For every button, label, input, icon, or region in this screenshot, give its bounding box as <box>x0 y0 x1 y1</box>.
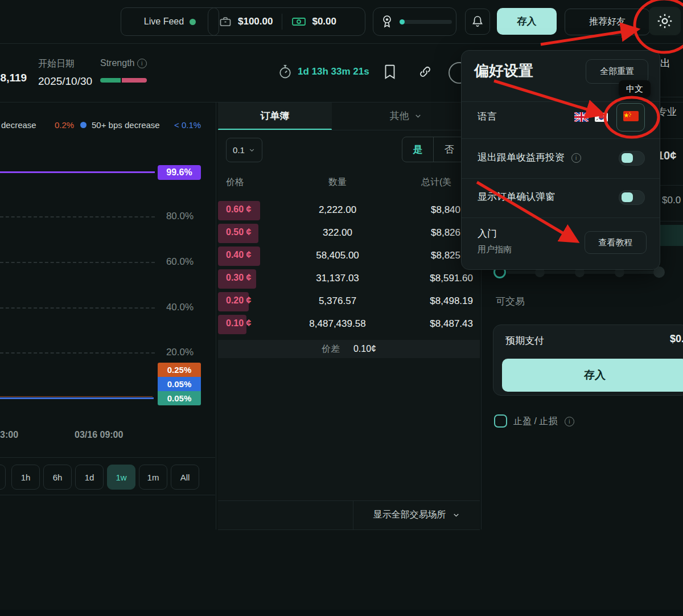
flag-uk-icon[interactable] <box>574 112 589 124</box>
orderbook-row[interactable]: 0.10 ¢ 8,487,439.58 $8,487.43 <box>218 313 480 336</box>
tp-sl-text: 止盈 / 止损 <box>513 416 557 426</box>
legend-item-2-label: 50+ bps decrease <box>92 120 160 130</box>
gridline-40 <box>0 307 155 309</box>
balance-group[interactable]: $100.00 $0.00 <box>208 7 365 36</box>
tab-other[interactable]: 其他 <box>332 102 480 129</box>
tabbar-divider <box>218 130 480 130</box>
view-tutorial-button[interactable]: 查看教程 <box>585 231 647 254</box>
chart-footer-divider <box>0 457 215 458</box>
notifications-button[interactable] <box>465 9 490 35</box>
panel-deposit-button[interactable]: 存入 <box>502 359 683 392</box>
expected-payment-label: 预期支付 <box>505 334 544 347</box>
legend-item-1-value: 0.2% <box>55 120 74 130</box>
reinvest-text: 退出跟单收益再投资 <box>478 152 565 163</box>
chart-panel-bottom <box>0 495 215 495</box>
precision-dropdown[interactable]: 0.1 <box>226 138 262 162</box>
preferences-popup: 偏好设置 全部重置 中文 语言 <box>461 50 660 270</box>
spread-row: 价差 0.10¢ <box>218 340 480 358</box>
share-link-icon[interactable] <box>418 64 433 79</box>
settings-button[interactable] <box>649 7 681 35</box>
toggle-knob <box>622 192 633 202</box>
tp-sl-label: 止盈 / 止损 i <box>513 416 574 428</box>
chart-badge-orange: 0.25% <box>158 363 201 377</box>
yes-toggle-button[interactable]: 是 <box>402 137 434 162</box>
order-confirm-toggle[interactable] <box>619 190 645 205</box>
orderbook-row[interactable]: 0.60 ¢ 2,222.00 $8,840 <box>218 199 480 222</box>
tab-orderbook[interactable]: 订单簿 <box>218 102 332 129</box>
xp-progress-value <box>400 19 405 24</box>
tradable-label: 可交易 <box>496 295 525 308</box>
chart-badge-blue: 0.05% <box>158 377 201 391</box>
gridline-20 <box>0 352 155 354</box>
order-confirm-label: 显示订单确认弹窗 <box>478 190 555 203</box>
tab-other-label: 其他 <box>390 109 409 122</box>
orderbook-row[interactable]: 0.20 ¢ 5,376.57 $8,498.19 <box>218 290 480 313</box>
flag-korea-icon[interactable] <box>595 113 608 124</box>
ytick-20: 20.0% <box>161 347 199 358</box>
balance-divider <box>282 14 282 30</box>
start-date-label: 开始日期 <box>38 58 75 70</box>
start-date-value: 2025/10/30 <box>38 75 92 88</box>
topbar-divider <box>0 43 683 44</box>
legend-item-1-label: decrease <box>1 120 36 130</box>
strength-bar-pink <box>122 78 147 83</box>
show-all-venues-dropdown[interactable]: 显示全部交易场所 <box>353 500 480 529</box>
chart-line-purple <box>0 171 155 173</box>
bookmark-icon[interactable] <box>382 63 397 80</box>
legend-item-2-value: < 0.1% <box>174 120 201 130</box>
price-fragment: 10¢ <box>657 149 676 162</box>
legend-dot-icon <box>80 122 87 128</box>
chevron-down-icon <box>248 146 256 154</box>
reinvest-toggle[interactable] <box>619 151 645 166</box>
ytick-80: 80.0% <box>161 211 199 222</box>
orderbook-row[interactable]: 0.30 ¢ 31,137.03 $8,591.60 <box>218 268 480 290</box>
refer-friends-button[interactable]: 推荐好友 <box>565 9 650 35</box>
timeframe-partial-button[interactable] <box>0 465 6 490</box>
orderbook-row[interactable]: 0.50 ¢ 322.00 $8,826 <box>218 222 480 245</box>
ytick-60: 60.0% <box>161 256 199 268</box>
timeframe-1m-button[interactable]: 1m <box>139 465 167 490</box>
tp-sl-info-icon[interactable]: i <box>565 417 574 426</box>
countdown-timer-icon <box>277 64 293 80</box>
amount-fragment: $0.0 <box>662 195 681 206</box>
ytick-40: 40.0% <box>161 302 199 313</box>
row-qty: 31,137.03 <box>269 273 406 284</box>
strength-bar-green <box>100 78 121 83</box>
strength-text: Strength <box>100 58 134 68</box>
timeframe-1h-button[interactable]: 1h <box>11 465 40 490</box>
language-tooltip: 中文 <box>619 80 651 97</box>
chart-line-orange <box>0 396 153 397</box>
onboarding-subtitle: 用户指南 <box>478 244 512 255</box>
live-feed-button[interactable]: Live Feed <box>121 7 219 36</box>
flag-china-selected[interactable] <box>616 103 645 132</box>
venues-bottom-divider <box>218 529 480 530</box>
spread-label: 价差 <box>322 343 340 355</box>
row-qty: 2,222.00 <box>269 204 406 216</box>
chevron-down-icon <box>414 112 422 120</box>
orderbook-row[interactable]: 0.40 ¢ 58,405.00 $8,825 <box>218 245 480 268</box>
strength-label: Strength i <box>100 58 147 68</box>
strength-info-icon[interactable]: i <box>137 59 147 68</box>
col-qty-header: 数量 <box>269 176 406 188</box>
chart-orderbook-divider <box>216 102 216 529</box>
level-progress[interactable] <box>373 7 456 36</box>
timeframe-all-button[interactable]: All <box>171 465 199 490</box>
deposit-button[interactable]: 存入 <box>497 8 557 35</box>
flag-china-icon <box>623 111 639 124</box>
pro-mode-fragment[interactable]: 专业 <box>657 105 677 118</box>
exit-fragment[interactable]: 出 <box>660 56 670 70</box>
buy-bar-fragment[interactable] <box>657 225 683 246</box>
timeframe-6h-button[interactable]: 6h <box>43 465 72 490</box>
timeframe-1w-button[interactable]: 1w <box>107 465 135 490</box>
row-total: $8,840 <box>431 204 460 216</box>
row-price: 0.30 ¢ <box>226 273 251 283</box>
timeframe-1d-button[interactable]: 1d <box>75 465 104 490</box>
onboarding-title: 入门 <box>478 227 497 240</box>
reinvest-info-icon[interactable]: i <box>571 153 581 163</box>
app-window: Live Feed $100.00 $0.00 <box>0 0 683 616</box>
gridline-80 <box>0 216 155 217</box>
medal-icon <box>380 14 394 29</box>
tp-sl-checkbox[interactable] <box>494 414 507 428</box>
row-price: 0.20 ¢ <box>226 295 251 306</box>
cash-icon <box>291 15 306 28</box>
